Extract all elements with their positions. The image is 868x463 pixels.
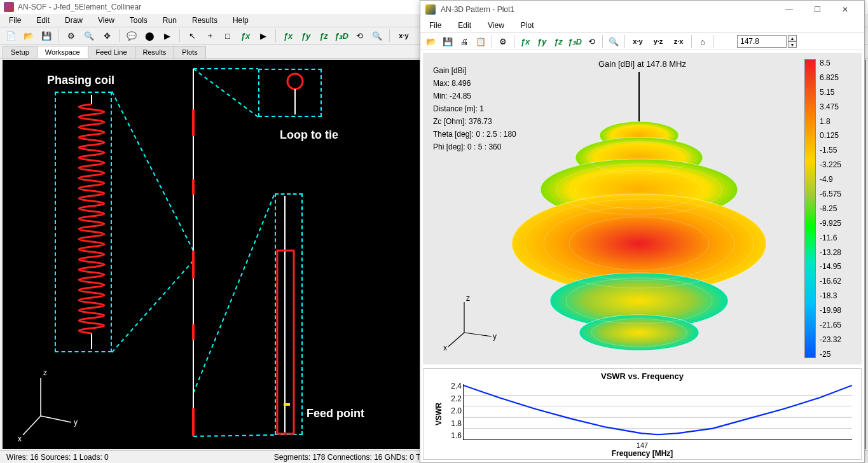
fx-button[interactable]: ƒx: [281, 29, 295, 43]
app-icon: [4, 2, 14, 12]
menu-edit[interactable]: Edit: [36, 16, 50, 25]
vswr-ytick: 1.8: [445, 419, 462, 428]
info-theta: Theta [deg]: 0 : 2.5 : 180: [433, 128, 516, 141]
toolbar-separator: [624, 35, 625, 48]
spin-down-icon[interactable]: ▼: [788, 41, 797, 48]
menu-edit[interactable]: Edit: [458, 21, 471, 30]
pattern-toolbar: 📂💾🖨📋⚙ƒxƒyƒzƒ₃D⟲🔍x·yy·zz·x⌂▲▼: [420, 32, 864, 50]
svg-text:y: y: [74, 418, 78, 427]
vswr-plot[interactable]: VSWR vs. Frequency VSWR Frequency [MHz] …: [423, 368, 862, 460]
colorbar-tick: -3.225: [820, 161, 853, 169]
colorbar-tick: 3.475: [820, 103, 853, 111]
pattern-titlebar[interactable]: AN-3D Pattern - Plot1 — ☐ ✕: [420, 1, 864, 18]
mag-button[interactable]: 🔍: [607, 34, 621, 48]
svg-line-20: [41, 416, 71, 422]
cog-button[interactable]: ⚙: [496, 34, 510, 48]
fz-button[interactable]: ƒz: [551, 34, 565, 48]
svg-text:x: x: [443, 343, 447, 352]
frequency-spinner[interactable]: ▲▼: [788, 35, 797, 48]
tab-workspace[interactable]: Workspace: [37, 46, 88, 58]
f3d-button[interactable]: ƒ₃D: [334, 29, 348, 43]
home-button[interactable]: ⌂: [696, 34, 710, 48]
pattern-menubar: FileEditViewPlot: [420, 18, 864, 32]
info-gain-label: Gain [dBi]: [433, 64, 516, 77]
doc-button[interactable]: 📄: [4, 29, 18, 43]
copy-button[interactable]: 📋: [474, 34, 488, 48]
vswr-ytick: 2.4: [445, 382, 462, 390]
colorbar-tick: -13.28: [820, 249, 853, 256]
svg-line-0: [112, 92, 193, 251]
tab-feed-line[interactable]: Feed Line: [88, 46, 135, 58]
svg-line-21: [23, 416, 41, 435]
open-button[interactable]: 📂: [22, 29, 36, 43]
plus-button[interactable]: ＋: [203, 29, 217, 43]
pattern-viewport[interactable]: Gain [dBi] at 147.8 MHz Gain [dBi] Max: …: [423, 53, 862, 364]
save-button[interactable]: 💾: [39, 29, 53, 43]
zoom-button[interactable]: 🔍: [82, 29, 96, 43]
vswr-ylabel: VSWR: [434, 403, 443, 425]
save-button[interactable]: 💾: [441, 34, 455, 48]
vswr-yticks: 2.42.22.01.81.6: [445, 382, 462, 440]
fz-button[interactable]: ƒz: [317, 29, 331, 43]
svg-text:y: y: [493, 332, 497, 341]
chat-button[interactable]: 💬: [125, 29, 139, 43]
toolbar-separator: [514, 35, 514, 48]
minimize-icon[interactable]: —: [775, 1, 803, 18]
close-icon[interactable]: ✕: [831, 1, 859, 18]
play-button[interactable]: ▶: [160, 29, 174, 43]
xy-button[interactable]: x·y: [395, 29, 413, 43]
yz-button[interactable]: y·z: [649, 34, 667, 48]
arrow-button[interactable]: ↖: [185, 29, 199, 43]
open-button[interactable]: 📂: [424, 34, 438, 48]
menu-plot[interactable]: Plot: [521, 21, 534, 30]
zx-button[interactable]: z·x: [670, 34, 687, 48]
fx-button[interactable]: ƒx: [518, 34, 532, 48]
toolbar-separator: [691, 35, 692, 48]
print-button[interactable]: 🖨: [457, 34, 471, 48]
tab-setup[interactable]: Setup: [3, 46, 38, 58]
cog-button[interactable]: ⚙: [64, 29, 78, 43]
xy-button[interactable]: x·y: [629, 34, 647, 48]
colorbar-tick: 6.825: [820, 74, 853, 81]
svg-line-3: [193, 69, 258, 117]
menu-tools[interactable]: Tools: [130, 16, 148, 25]
orbit-button[interactable]: ⟲: [352, 29, 366, 43]
pattern-axes-svg: z y x: [442, 294, 499, 352]
menu-results[interactable]: Results: [192, 16, 217, 25]
play2-button[interactable]: ▶: [256, 29, 270, 43]
svg-line-42: [448, 333, 464, 347]
maximize-icon[interactable]: ☐: [803, 1, 831, 18]
ball-button[interactable]: ⬤: [142, 29, 156, 43]
menu-file[interactable]: File: [429, 21, 441, 30]
fy-button[interactable]: ƒy: [535, 34, 549, 48]
menu-view[interactable]: View: [98, 16, 114, 25]
info-distance: Distance [m]: 1: [433, 102, 516, 115]
menu-file[interactable]: File: [9, 16, 21, 25]
fy-button[interactable]: ƒy: [299, 29, 313, 43]
tab-results[interactable]: Results: [135, 46, 175, 58]
colorbar-tick: -16.62: [820, 277, 853, 285]
info-min: Min: -24.85: [433, 90, 516, 102]
svg-text:z: z: [466, 294, 470, 303]
pattern-chart-title: Gain [dBi] at 147.8 MHz: [598, 59, 686, 69]
fx-button[interactable]: ƒx: [238, 29, 252, 43]
vswr-canvas: [463, 384, 852, 440]
spin-up-icon[interactable]: ▲: [788, 35, 797, 41]
pan-button[interactable]: ✥: [100, 29, 114, 43]
f3d-button[interactable]: ƒ₃D: [568, 34, 582, 48]
menu-run[interactable]: Run: [163, 16, 177, 25]
tab-plots[interactable]: Plots: [174, 46, 205, 58]
menu-view[interactable]: View: [488, 21, 504, 30]
vswr-xtick: 147: [637, 441, 648, 449]
info-phi: Phi [deg]: 0 : 5 : 360: [433, 141, 516, 153]
mag-button[interactable]: 🔍: [370, 29, 384, 43]
orbit-button[interactable]: ⟲: [584, 34, 598, 48]
square-button[interactable]: □: [221, 29, 235, 43]
colorbar-tick: 8.5: [820, 59, 853, 67]
colorbar-tick: -25: [820, 350, 853, 358]
toolbar-separator: [492, 35, 492, 48]
colorbar-tick: 5.15: [820, 88, 853, 96]
frequency-input[interactable]: [737, 35, 787, 48]
menu-draw[interactable]: Draw: [65, 16, 83, 25]
menu-help[interactable]: Help: [233, 16, 249, 25]
